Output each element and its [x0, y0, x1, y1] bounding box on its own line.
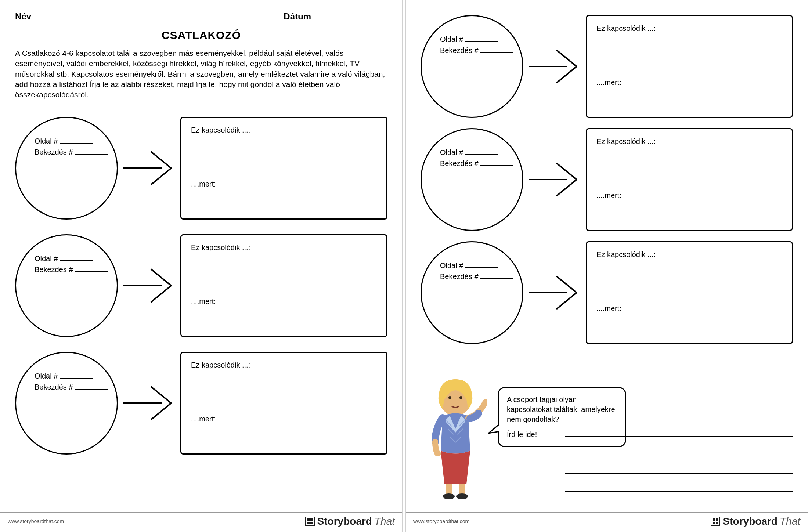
connection-box[interactable]: Ez kapcsolódik ...: ....mert:	[586, 128, 793, 231]
writing-line[interactable]	[565, 425, 793, 437]
svg-point-10	[443, 493, 455, 499]
connection-box[interactable]: Ez kapcsolódik ...: ....mert:	[586, 241, 793, 344]
svg-point-13	[434, 451, 441, 456]
page-footer: www.storyboardthat.com StoryboardThat	[406, 512, 808, 527]
circle-labels: Oldal # Bekezdés #	[440, 147, 513, 169]
arrow-icon	[523, 267, 586, 318]
paragraph-label: Bekezdés #	[440, 159, 479, 167]
arrow-icon	[523, 41, 586, 92]
writing-lines[interactable]	[565, 425, 793, 499]
page-label: Oldal #	[440, 261, 463, 269]
writing-line[interactable]	[565, 444, 793, 455]
connects-label: Ez kapcsolódik ...:	[596, 24, 782, 33]
page-blank[interactable]	[60, 138, 93, 144]
paragraph-label: Bekezdés #	[35, 148, 73, 156]
writing-line[interactable]	[565, 462, 793, 474]
teacher-character-icon	[424, 377, 487, 499]
svg-point-6	[448, 396, 451, 399]
page-label: Oldal #	[35, 137, 58, 145]
paragraph-blank[interactable]	[480, 48, 513, 53]
circle-labels: Oldal # Bekezdés #	[440, 34, 513, 56]
svg-rect-1	[307, 518, 310, 521]
page-blank[interactable]	[465, 150, 498, 155]
page-blank[interactable]	[60, 256, 93, 261]
speech-tail-icon	[488, 424, 499, 435]
footer-logo: StoryboardThat	[710, 515, 800, 527]
footer-brand-1: Storyboard	[723, 515, 778, 527]
connection-box[interactable]: Ez kapcsolódik ...: ....mert:	[586, 15, 793, 118]
paragraph-label: Bekezdés #	[440, 46, 479, 54]
circle-labels: Oldal # Bekezdés #	[35, 135, 108, 158]
svg-rect-15	[713, 518, 715, 521]
svg-rect-0	[306, 517, 314, 526]
because-label: ....mert:	[191, 180, 377, 188]
connection-box[interactable]: Ez kapcsolódik ...: ....mert:	[180, 117, 387, 220]
footer-url: www.storyboardthat.com	[413, 518, 469, 524]
because-label: ....mert:	[596, 78, 782, 87]
because-label: ....mert:	[596, 191, 782, 200]
source-circle[interactable]: Oldal # Bekezdés #	[15, 352, 118, 455]
connection-row: Oldal # Bekezdés # Ez kapcsolódik ...: .…	[421, 11, 793, 122]
page-title: CSATLAKOZÓ	[15, 29, 387, 41]
name-label: Név	[15, 11, 31, 22]
connection-row: Oldal # Bekezdés # Ez kapcsolódik ...: .…	[15, 229, 387, 343]
source-circle[interactable]: Oldal # Bekezdés #	[15, 234, 118, 337]
because-label: ....mert:	[191, 415, 377, 423]
footer-brand-2: That	[374, 515, 395, 527]
paragraph-blank[interactable]	[480, 161, 513, 166]
footer-brand-1: Storyboard	[317, 515, 372, 527]
connects-label: Ez kapcsolódik ...:	[191, 361, 377, 369]
connects-label: Ez kapcsolódik ...:	[596, 137, 782, 146]
arrow-icon	[523, 154, 586, 205]
name-field: Név	[15, 11, 148, 22]
page-footer: www.storyboardthat.com StoryboardThat	[0, 512, 402, 527]
svg-point-11	[456, 493, 468, 499]
svg-point-7	[459, 396, 462, 399]
source-circle[interactable]: Oldal # Bekezdés #	[421, 15, 523, 118]
name-blank[interactable]	[34, 13, 148, 19]
connection-box[interactable]: Ez kapcsolódik ...: ....mert:	[180, 234, 387, 337]
speech-line-1: A csoport tagjai olyan kapcsolatokat tal…	[507, 395, 617, 424]
paragraph-label: Bekezdés #	[35, 265, 73, 274]
circle-labels: Oldal # Bekezdés #	[35, 370, 108, 392]
page-label: Oldal #	[35, 372, 58, 380]
svg-rect-18	[716, 522, 718, 524]
footer-brand-2: That	[780, 515, 800, 527]
worksheet-page-1: Név Dátum CSATLAKOZÓ A Csatlakozó 4-6 ka…	[0, 0, 403, 532]
svg-rect-9	[459, 484, 465, 495]
source-circle[interactable]: Oldal # Bekezdés #	[421, 241, 523, 344]
header-row: Név Dátum	[15, 11, 387, 22]
footer-logo: StoryboardThat	[305, 515, 395, 527]
because-label: ....mert:	[191, 297, 377, 306]
page-blank[interactable]	[60, 373, 93, 379]
connects-label: Ez kapcsolódik ...:	[191, 126, 377, 134]
svg-rect-8	[446, 484, 452, 495]
arrow-icon	[118, 377, 180, 429]
date-label: Dátum	[284, 11, 311, 22]
svg-rect-3	[307, 522, 310, 524]
connection-box[interactable]: Ez kapcsolódik ...: ....mert:	[180, 352, 387, 455]
source-circle[interactable]: Oldal # Bekezdés #	[15, 117, 118, 220]
connects-label: Ez kapcsolódik ...:	[191, 243, 377, 252]
paragraph-blank[interactable]	[75, 384, 108, 390]
page-blank[interactable]	[465, 37, 498, 42]
paragraph-blank[interactable]	[75, 267, 108, 272]
circle-labels: Oldal # Bekezdés #	[440, 260, 513, 282]
svg-rect-14	[711, 517, 720, 526]
page-blank[interactable]	[465, 263, 498, 268]
arrow-icon	[118, 260, 180, 311]
date-blank[interactable]	[314, 13, 387, 19]
circle-labels: Oldal # Bekezdés #	[35, 253, 108, 275]
paragraph-blank[interactable]	[480, 274, 513, 279]
page-label: Oldal #	[440, 148, 463, 156]
page-label: Oldal #	[35, 254, 58, 263]
date-field: Dátum	[284, 11, 387, 22]
connects-label: Ez kapcsolódik ...:	[596, 250, 782, 259]
writing-line[interactable]	[565, 480, 793, 492]
arrow-icon	[118, 142, 180, 194]
paragraph-blank[interactable]	[75, 149, 108, 155]
source-circle[interactable]: Oldal # Bekezdés #	[421, 128, 523, 231]
svg-rect-2	[310, 518, 313, 521]
svg-rect-16	[716, 518, 718, 521]
storyboard-logo-icon	[305, 516, 315, 526]
